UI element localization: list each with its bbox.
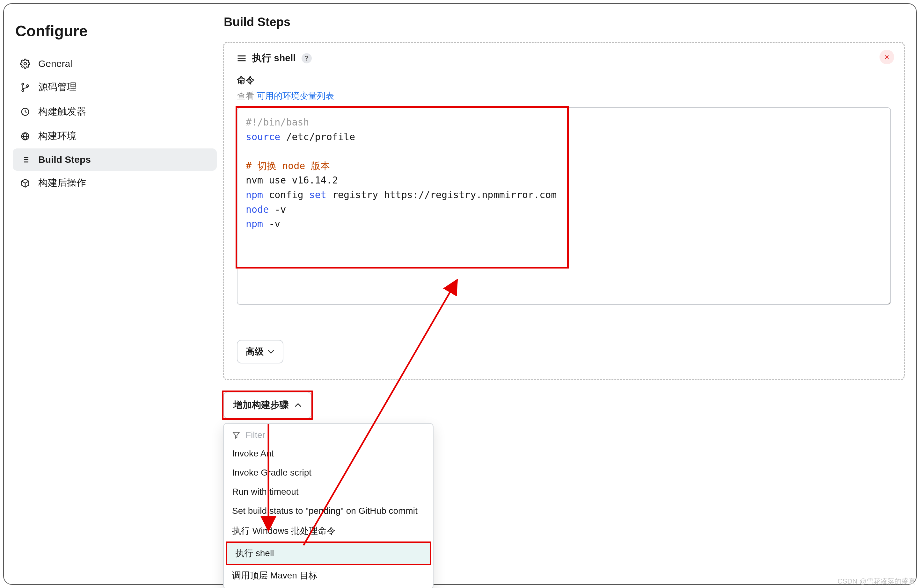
code-shebang: #!/bin/bash <box>246 116 309 128</box>
dd-item-github-pending[interactable]: Set build status to "pending" on GitHub … <box>224 501 433 520</box>
sidebar-item-postbuild[interactable]: 构建后操作 <box>13 171 217 195</box>
command-hint: 查看 可用的环境变量列表 <box>237 90 891 102</box>
sidebar-item-general[interactable]: General <box>13 53 217 75</box>
code-comment: # 切换 node 版本 <box>246 160 330 171</box>
page-title: Configure <box>15 22 217 40</box>
code-kw: npm <box>246 218 263 229</box>
advanced-toggle[interactable]: 高级 <box>237 340 283 363</box>
sidebar-item-label: General <box>38 58 72 69</box>
dd-item-invoke-gradle[interactable]: Invoke Gradle script <box>224 463 433 482</box>
dd-item-invoke-ant[interactable]: Invoke Ant <box>224 444 433 463</box>
code-kw: source <box>246 131 280 142</box>
code-kw: set <box>309 189 326 200</box>
sidebar-item-label: 构建环境 <box>38 130 76 143</box>
add-build-step-button[interactable]: 增加构建步骤 <box>223 392 312 418</box>
command-label: 命令 <box>237 74 891 86</box>
code-text: nvm use v16.14.2 <box>246 174 338 186</box>
list-icon <box>20 154 31 165</box>
add-step-dropdown: Invoke Ant Invoke Gradle script Run with… <box>223 423 434 588</box>
sidebar: Configure General 源码管理 构建触发器 <box>10 11 220 584</box>
code-kw: npm <box>246 189 263 200</box>
sidebar-item-environment[interactable]: 构建环境 <box>13 124 217 149</box>
code-text: -v <box>263 218 280 229</box>
filter-icon <box>232 431 240 439</box>
sidebar-item-triggers[interactable]: 构建触发器 <box>13 99 217 124</box>
sidebar-item-build-steps[interactable]: Build Steps <box>13 149 217 171</box>
svg-point-1 <box>22 83 24 85</box>
build-step-execute-shell: 执行 shell ? × 命令 查看 可用的环境变量列表 #!/bin/bash… <box>223 42 905 380</box>
sidebar-item-label: 构建后操作 <box>38 176 86 189</box>
help-icon[interactable]: ? <box>301 53 312 63</box>
sidebar-item-label: 源码管理 <box>38 81 76 94</box>
dd-item-run-timeout[interactable]: Run with timeout <box>224 482 433 501</box>
code-text: /etc/profile <box>280 131 355 142</box>
env-vars-link[interactable]: 可用的环境变量列表 <box>257 91 334 101</box>
gear-icon <box>20 58 31 69</box>
sidebar-item-label: Build Steps <box>38 154 91 165</box>
dd-item-windows-batch[interactable]: 执行 Windows 批处理命令 <box>224 520 433 541</box>
svg-point-3 <box>27 85 29 87</box>
shell-command-editor[interactable]: #!/bin/bash source /etc/profile # 切换 nod… <box>237 107 891 305</box>
globe-icon <box>20 131 31 142</box>
remove-step-button[interactable]: × <box>880 50 894 65</box>
code-kw: node <box>246 204 269 215</box>
branch-icon <box>20 82 31 93</box>
svg-point-2 <box>22 89 24 91</box>
advanced-label: 高级 <box>246 346 264 358</box>
sidebar-item-scm[interactable]: 源码管理 <box>13 75 217 99</box>
code-text: registry https://registry.npmmirror.com <box>326 189 557 200</box>
close-icon: × <box>884 52 889 62</box>
package-icon <box>20 178 31 189</box>
clock-icon <box>20 107 31 117</box>
dd-item-execute-shell[interactable]: 执行 shell <box>226 541 431 565</box>
step-title: 执行 shell <box>252 52 296 65</box>
drag-handle-icon[interactable] <box>237 55 246 62</box>
code-text: -v <box>269 204 286 215</box>
code-text: config <box>263 189 309 200</box>
sidebar-item-label: 构建触发器 <box>38 105 86 118</box>
watermark: CSDN @雪花凌落的盛夏 <box>837 577 915 586</box>
main-content: Build Steps 执行 shell ? × 命令 查看 可用的环境变量列表 <box>220 11 913 584</box>
add-build-step-label: 增加构建步骤 <box>233 399 289 412</box>
hint-prefix: 查看 <box>237 91 257 101</box>
dd-item-maven-top[interactable]: 调用顶层 Maven 目标 <box>224 565 433 586</box>
svg-point-0 <box>24 63 26 65</box>
section-title: Build Steps <box>224 15 905 29</box>
chevron-up-icon <box>295 403 301 407</box>
filter-input[interactable] <box>245 430 424 440</box>
chevron-down-icon <box>267 349 274 354</box>
